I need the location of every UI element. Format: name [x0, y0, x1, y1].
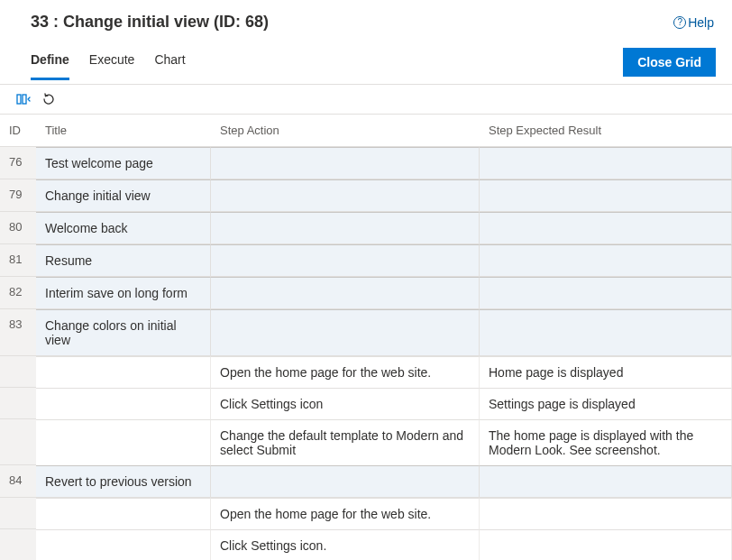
- cell-title[interactable]: Welcome back: [36, 212, 211, 244]
- cell-title[interactable]: [36, 529, 211, 560]
- cell-step-action[interactable]: [211, 244, 480, 277]
- table-row[interactable]: Click Settings icon.: [0, 529, 732, 560]
- cell-title[interactable]: [36, 356, 211, 388]
- tab-execute[interactable]: Execute: [89, 52, 135, 80]
- table-row[interactable]: 83Change colors on initial view: [0, 309, 732, 356]
- cell-step-expected[interactable]: [480, 244, 732, 277]
- cell-step-expected[interactable]: [480, 212, 732, 244]
- cell-id[interactable]: [0, 529, 36, 560]
- cell-step-action[interactable]: Open the home page for the web site.: [211, 356, 480, 388]
- cell-step-action[interactable]: Click Settings icon.: [211, 529, 480, 560]
- toolbar: [0, 85, 732, 115]
- cell-title[interactable]: [36, 419, 211, 465]
- cell-step-expected[interactable]: [480, 309, 732, 356]
- svg-rect-1: [23, 95, 26, 104]
- cell-id[interactable]: [0, 419, 36, 465]
- svg-rect-0: [17, 95, 21, 104]
- table-row[interactable]: 81Resume: [0, 244, 732, 277]
- cell-id[interactable]: [0, 498, 36, 529]
- cell-step-expected[interactable]: [480, 529, 732, 560]
- cell-step-expected[interactable]: [480, 465, 732, 498]
- cell-step-action[interactable]: Click Settings icon: [211, 388, 480, 419]
- cell-step-action[interactable]: Open the home page for the web site.: [211, 498, 480, 529]
- cell-step-action[interactable]: [211, 309, 480, 356]
- table-row[interactable]: Open the home page for the web site.: [0, 498, 732, 529]
- cell-step-action[interactable]: [211, 147, 480, 179]
- cell-id[interactable]: 76: [0, 147, 36, 179]
- cell-step-expected[interactable]: [480, 277, 732, 309]
- tabs: Define Execute Chart: [31, 52, 186, 79]
- cell-step-expected[interactable]: Home page is displayed: [480, 356, 732, 388]
- cell-id[interactable]: 79: [0, 179, 36, 212]
- col-header-step-expected[interactable]: Step Expected Result: [480, 115, 732, 147]
- cell-title[interactable]: Change colors on initial view: [36, 309, 211, 356]
- page-title: 33 : Change initial view (ID: 68): [31, 13, 269, 32]
- cell-id[interactable]: [0, 388, 36, 419]
- refresh-icon[interactable]: [41, 92, 56, 106]
- cell-id[interactable]: 84: [0, 465, 36, 498]
- cell-title[interactable]: Test welcome page: [36, 147, 211, 179]
- table-row[interactable]: Click Settings iconSettings page is disp…: [0, 388, 732, 419]
- cell-step-action[interactable]: [211, 212, 480, 244]
- table-row[interactable]: 84Revert to previous version: [0, 465, 732, 498]
- cell-title[interactable]: Change initial view: [36, 179, 211, 212]
- table-row[interactable]: 82Interim save on long form: [0, 277, 732, 309]
- col-header-step-action[interactable]: Step Action: [211, 115, 480, 147]
- cell-step-expected[interactable]: The home page is displayed with the Mode…: [480, 419, 732, 465]
- close-grid-button[interactable]: Close Grid: [623, 48, 716, 77]
- cell-step-action[interactable]: [211, 465, 480, 498]
- cell-step-expected[interactable]: Settings page is displayed: [480, 388, 732, 419]
- cell-id[interactable]: [0, 356, 36, 388]
- cell-title[interactable]: Revert to previous version: [36, 465, 211, 498]
- help-icon: ?: [673, 16, 686, 29]
- col-header-id[interactable]: ID: [0, 115, 36, 147]
- table-row[interactable]: 76Test welcome page: [0, 147, 732, 179]
- tab-chart[interactable]: Chart: [154, 52, 185, 80]
- cell-step-action[interactable]: Change the default template to Modern an…: [211, 419, 480, 465]
- table-row[interactable]: 79Change initial view: [0, 179, 732, 212]
- tab-define[interactable]: Define: [31, 52, 69, 80]
- cell-id[interactable]: 83: [0, 309, 36, 356]
- cell-id[interactable]: 81: [0, 244, 36, 277]
- cell-step-expected[interactable]: [480, 498, 732, 529]
- cell-step-action[interactable]: [211, 179, 480, 212]
- help-label: Help: [688, 15, 714, 30]
- help-link[interactable]: ? Help: [673, 15, 714, 30]
- column-options-icon[interactable]: [16, 92, 31, 106]
- cell-step-expected[interactable]: [480, 179, 732, 212]
- table-row[interactable]: 80Welcome back: [0, 212, 732, 244]
- cell-id[interactable]: 80: [0, 212, 36, 244]
- table-row[interactable]: Change the default template to Modern an…: [0, 419, 732, 465]
- cell-title[interactable]: Interim save on long form: [36, 277, 211, 309]
- cell-title[interactable]: [36, 498, 211, 529]
- col-header-title[interactable]: Title: [36, 115, 211, 147]
- cell-step-expected[interactable]: [480, 147, 732, 179]
- data-grid: ID Title Step Action Step Expected Resul…: [0, 115, 732, 560]
- table-row[interactable]: Open the home page for the web site.Home…: [0, 356, 732, 388]
- cell-title[interactable]: Resume: [36, 244, 211, 277]
- cell-title[interactable]: [36, 388, 211, 419]
- cell-id[interactable]: 82: [0, 277, 36, 309]
- cell-step-action[interactable]: [211, 277, 480, 309]
